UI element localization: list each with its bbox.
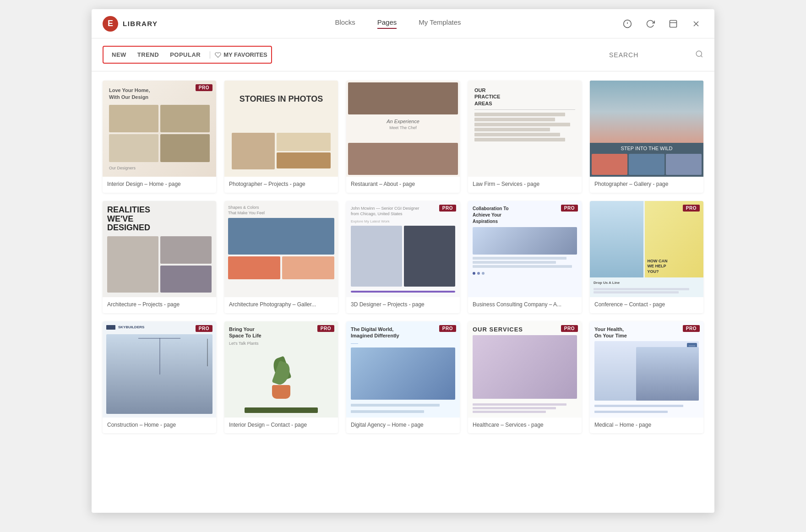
card-label: Business Consulting Company – A... bbox=[468, 297, 582, 313]
card-label: Architecture Photography – Galler... bbox=[224, 297, 338, 313]
library-title: LIBRARY bbox=[123, 20, 158, 27]
card-label: Photographer – Gallery - page bbox=[590, 177, 703, 193]
card-label: Interior Design – Contact - page bbox=[224, 418, 338, 434]
card-thumb-digital: The Digital World,Imagined Differently —… bbox=[346, 321, 460, 418]
card-thumb-services: OUR SERVICES PRO bbox=[468, 321, 582, 418]
pro-badge: PRO bbox=[561, 205, 578, 212]
save-button[interactable] bbox=[666, 16, 681, 31]
filter-trend[interactable]: TREND bbox=[133, 49, 163, 60]
card-thumb-business-consulting: Collaboration ToAchieve YourAspirations bbox=[468, 201, 582, 297]
pro-badge: PRO bbox=[683, 325, 700, 332]
card-label: Restaurant – About - page bbox=[346, 177, 460, 193]
svg-point-7 bbox=[696, 51, 702, 56]
library-modal: E LIBRARY Blocks Pages My Templates bbox=[92, 9, 714, 513]
search-input[interactable] bbox=[609, 51, 692, 59]
close-button[interactable] bbox=[689, 16, 703, 31]
filter-popular[interactable]: POPULAR bbox=[165, 49, 205, 60]
card-thumb-3d-designer: John Mcwinn — Senior CGI Designerfrom Ch… bbox=[346, 201, 460, 297]
search-area bbox=[609, 50, 703, 60]
header-actions bbox=[620, 16, 703, 31]
card-plant[interactable]: Bring YourSpace To Life Let's Talk Plant… bbox=[224, 321, 338, 434]
card-skybuilders[interactable]: SKYBUILDERS PRO Construction – Home - pa… bbox=[103, 321, 216, 434]
filter-favorites[interactable]: MY FAVORITES bbox=[215, 51, 267, 58]
card-3d-designer[interactable]: John Mcwinn — Senior CGI Designerfrom Ch… bbox=[346, 201, 460, 313]
svg-rect-3 bbox=[670, 20, 677, 27]
card-thumb-arch-photography: Shapes & ColorsThat Make You Feel bbox=[224, 201, 338, 297]
card-label: Construction – Home - page bbox=[103, 418, 216, 434]
card-interior-design[interactable]: Love Your Home,With Our Design Our Desig… bbox=[103, 81, 216, 193]
card-digital[interactable]: The Digital World,Imagined Differently —… bbox=[346, 321, 460, 434]
card-thumb-photographer-gallery: STEP INTO THE WILD bbox=[590, 81, 703, 177]
card-thumb-conference: HOW CANWE HELPYOU? Drop Us A Line PRO bbox=[590, 201, 703, 297]
svg-line-8 bbox=[701, 55, 702, 57]
card-thumb-plant: Bring YourSpace To Life Let's Talk Plant… bbox=[224, 321, 338, 418]
filter-divider bbox=[210, 51, 210, 59]
card-thumb-photographer-projects: STORIES IN PHOTOS bbox=[224, 81, 338, 177]
card-conference[interactable]: HOW CANWE HELPYOU? Drop Us A Line PRO Co… bbox=[590, 201, 703, 313]
tab-my-templates[interactable]: My Templates bbox=[419, 18, 461, 29]
pro-badge: PRO bbox=[196, 84, 212, 91]
card-business-consulting[interactable]: Collaboration ToAchieve YourAspirations bbox=[468, 201, 582, 313]
card-label: Architecture – Projects - page bbox=[103, 297, 216, 313]
pro-badge: PRO bbox=[439, 325, 456, 332]
refresh-button[interactable] bbox=[643, 16, 658, 31]
elementor-logo-icon: E bbox=[103, 16, 118, 32]
filter-new[interactable]: NEW bbox=[107, 49, 131, 60]
card-services[interactable]: OUR SERVICES PRO Healthcare – Services -… bbox=[468, 321, 582, 434]
card-label: Medical – Home - page bbox=[590, 418, 703, 434]
pro-badge: PRO bbox=[439, 205, 456, 212]
card-thumb-law-firm: OURPRACTICEAREAS bbox=[468, 81, 582, 177]
card-label: 3D Designer – Projects - page bbox=[346, 297, 460, 313]
card-photographer-gallery[interactable]: STEP INTO THE WILD Photographer – Galler… bbox=[590, 81, 703, 193]
card-label: Law Firm – Services - page bbox=[468, 177, 582, 193]
grid-area: Love Your Home,With Our Design Our Desig… bbox=[92, 71, 714, 513]
card-architecture-projects[interactable]: REALITIESWE'VEDESIGNED Architecture – Pr… bbox=[103, 201, 216, 313]
card-thumb-health: Your Health,On Your Time —— PRO bbox=[590, 321, 703, 418]
card-thumb-architecture-projects: REALITIESWE'VEDESIGNED bbox=[103, 201, 216, 297]
pro-badge: PRO bbox=[683, 205, 700, 212]
pro-badge: PRO bbox=[561, 325, 578, 332]
card-label: Photographer – Projects - page bbox=[224, 177, 338, 193]
search-icon[interactable] bbox=[695, 50, 703, 60]
card-thumb-restaurant-about: An Experience Meet The Chef bbox=[346, 81, 460, 177]
filter-bar: NEW TREND POPULAR MY FAVORITES bbox=[92, 38, 714, 71]
header-tabs: Blocks Pages My Templates bbox=[176, 18, 620, 29]
card-label: Interior Design – Home - page bbox=[103, 177, 216, 193]
card-health[interactable]: Your Health,On Your Time —— PRO Medical … bbox=[590, 321, 703, 434]
info-button[interactable] bbox=[620, 16, 635, 31]
filter-tabs-wrapper: NEW TREND POPULAR MY FAVORITES bbox=[103, 46, 272, 64]
card-photographer-projects[interactable]: STORIES IN PHOTOS Photographer – Project… bbox=[224, 81, 338, 193]
tab-blocks[interactable]: Blocks bbox=[335, 18, 355, 29]
tab-pages[interactable]: Pages bbox=[377, 18, 397, 29]
card-label: Healthcare – Services - page bbox=[468, 418, 582, 434]
card-thumb-interior-design: Love Your Home,With Our Design Our Desig… bbox=[103, 81, 216, 177]
pro-badge: PRO bbox=[317, 325, 334, 332]
library-header: E LIBRARY Blocks Pages My Templates bbox=[92, 9, 714, 38]
card-law-firm[interactable]: OURPRACTICEAREAS Law Firm – Services - p… bbox=[468, 81, 582, 193]
pro-badge: PRO bbox=[196, 325, 212, 332]
favorites-label: MY FAVORITES bbox=[223, 51, 267, 58]
card-label: Conference – Contact - page bbox=[590, 297, 703, 313]
card-arch-photography[interactable]: Shapes & ColorsThat Make You Feel Archit… bbox=[224, 201, 338, 313]
card-thumb-skybuilders: SKYBUILDERS PRO bbox=[103, 321, 216, 418]
card-restaurant-about[interactable]: An Experience Meet The Chef Restaurant –… bbox=[346, 81, 460, 193]
logo-area: E LIBRARY bbox=[103, 16, 176, 32]
card-label: Digital Agency – Home - page bbox=[346, 418, 460, 434]
cards-grid: Love Your Home,With Our Design Our Desig… bbox=[103, 81, 703, 433]
